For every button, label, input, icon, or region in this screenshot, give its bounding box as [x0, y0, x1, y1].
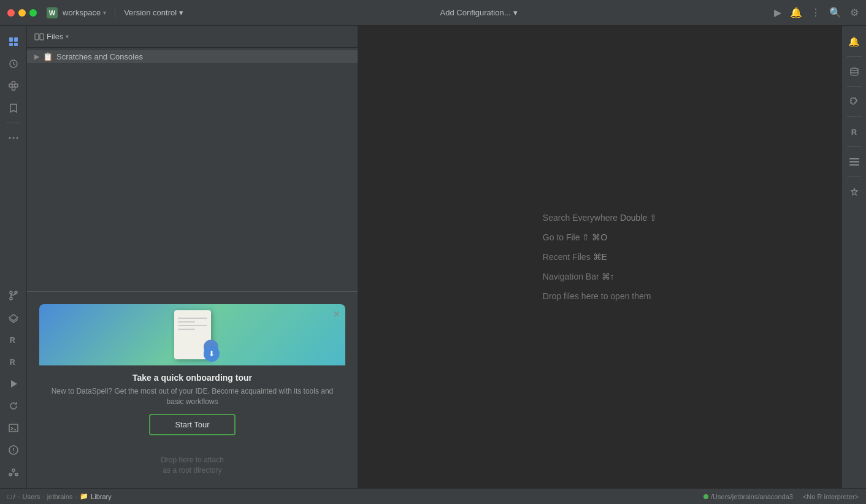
sidebar-item-more[interactable] [4, 128, 23, 148]
folder-icon: 📁 [80, 492, 88, 500]
svg-rect-18 [9, 424, 18, 432]
hint-drop-files: Drop files here to open them [543, 291, 651, 301]
svg-rect-8 [12, 87, 15, 90]
close-button[interactable] [7, 9, 15, 17]
onboarding-close-button[interactable]: ✕ [333, 309, 340, 319]
svg-point-25 [851, 68, 858, 71]
version-control-label[interactable]: Version control ▾ [124, 8, 183, 17]
scratches-and-consoles-item[interactable]: ▶ 📋 Scratches and Consoles [27, 50, 358, 63]
right-sidebar-divider-4 [847, 147, 862, 147]
maximize-button[interactable] [29, 9, 37, 17]
workspace-name[interactable]: workspace ▾ [63, 8, 106, 17]
file-type-icon: 📋 [43, 52, 53, 61]
right-sidebar-divider-1 [847, 56, 862, 57]
sidebar-divider-1 [6, 123, 21, 123]
traffic-lights [7, 9, 37, 17]
svg-marker-17 [11, 380, 17, 388]
title-bar-center: Add Configuration... ▾ [188, 8, 769, 17]
main-layout: R R Files ▾ ▶ [0, 26, 866, 488]
right-sidebar-divider-2 [847, 86, 862, 87]
sidebar-item-warning[interactable] [4, 440, 23, 460]
sidebar-item-files[interactable] [4, 32, 23, 52]
onboarding-badge: ⬇ [204, 346, 220, 362]
run-icon[interactable]: ▶ [774, 7, 781, 18]
svg-rect-24 [40, 34, 44, 40]
svg-rect-2 [9, 43, 13, 46]
file-panel-header: Files ▾ [27, 26, 358, 48]
sidebar-item-r2[interactable]: R [4, 352, 23, 372]
svg-point-10 [12, 137, 14, 139]
onboarding-area: ✕ ⬇ [27, 292, 358, 488]
settings-icon[interactable]: ⚙ [850, 7, 859, 18]
status-path[interactable]: □ / › Users › jetbrains › 📁 Library [7, 492, 112, 500]
notifications-icon[interactable]: 🔔 [790, 7, 802, 18]
start-tour-button[interactable]: Start Tour [149, 414, 235, 435]
item-chevron-icon: ▶ [34, 53, 39, 61]
sidebar-item-r1[interactable]: R [4, 330, 23, 349]
svg-rect-0 [9, 37, 13, 42]
svg-rect-3 [14, 43, 18, 46]
sidebar-item-git2[interactable] [4, 462, 23, 482]
files-dropdown[interactable]: Files ▾ [34, 32, 69, 42]
right-sidebar-divider-5 [847, 177, 862, 177]
svg-rect-26 [849, 158, 859, 159]
right-sidebar-menu-icon[interactable] [845, 152, 864, 172]
file-panel: Files ▾ ▶ 📋 Scratches and Consoles ✕ [27, 26, 358, 488]
title-separator [115, 8, 115, 18]
sidebar-item-layers[interactable] [4, 308, 23, 327]
svg-point-13 [10, 297, 12, 300]
right-sidebar-database[interactable] [845, 62, 864, 82]
left-sidebar: R R [0, 26, 27, 488]
minimize-button[interactable] [18, 9, 26, 17]
svg-text:R: R [10, 336, 15, 345]
onboarding-card: ✕ ⬇ [39, 304, 345, 446]
search-icon[interactable]: 🔍 [829, 7, 841, 18]
right-sidebar-r-icon[interactable]: R [845, 122, 864, 142]
right-sidebar-divider-3 [847, 116, 862, 117]
svg-point-9 [9, 137, 10, 139]
right-sidebar-pin-icon[interactable] [845, 182, 864, 202]
svg-rect-7 [12, 82, 15, 85]
status-conda[interactable]: /Users/jetbrains/anaconda3 [703, 493, 793, 500]
version-control-chevron-icon: ▾ [179, 8, 183, 17]
right-sidebar-puzzle[interactable] [845, 92, 864, 112]
hint-search-everywhere: Search Everywhere Double ⇧ [543, 213, 657, 223]
hint-recent-files: Recent Files ⌘E [543, 252, 607, 262]
title-bar-actions: ▶ 🔔 ⋮ 🔍 ⚙ [774, 7, 859, 18]
add-configuration-button[interactable]: Add Configuration... ▾ [440, 8, 518, 17]
svg-rect-1 [14, 37, 18, 42]
onboarding-description: New to DataSpell? Get the most out of yo… [39, 386, 345, 414]
sidebar-item-bookmarks[interactable] [4, 98, 23, 118]
status-r-interpreter[interactable]: <No R interpreter> [803, 493, 859, 500]
onboarding-title: Take a quick onboarding tour [39, 373, 345, 386]
title-bar: W workspace ▾ Version control ▾ Add Conf… [0, 0, 866, 26]
svg-text:R: R [10, 358, 15, 367]
more-actions-icon[interactable]: ⋮ [811, 7, 821, 18]
sidebar-item-play[interactable] [4, 374, 23, 394]
files-chevron-icon: ▾ [66, 33, 69, 40]
hint-navigation-bar: Navigation Bar ⌘↑ [543, 272, 615, 281]
sidebar-item-git[interactable] [4, 286, 23, 305]
right-sidebar: 🔔 R [841, 26, 866, 488]
status-green-dot [703, 494, 708, 499]
sidebar-item-plugins[interactable] [4, 76, 23, 96]
svg-rect-28 [849, 164, 859, 166]
onboarding-image: ⬇ [39, 304, 345, 365]
svg-rect-27 [849, 161, 859, 162]
svg-point-20 [12, 469, 15, 472]
workspace-chevron-icon: ▾ [103, 9, 106, 16]
editor-area: Search Everywhere Double ⇧ Go to File ⇧ … [358, 26, 841, 488]
workspace-badge: W [47, 7, 58, 18]
add-config-chevron-icon: ▾ [513, 8, 518, 17]
status-bar: □ / › Users › jetbrains › 📁 Library /Use… [0, 488, 866, 504]
sidebar-item-refresh[interactable] [4, 396, 23, 416]
right-sidebar-notifications[interactable]: 🔔 [845, 32, 864, 52]
editor-hints: Search Everywhere Double ⇧ Go to File ⇧ … [543, 213, 657, 301]
svg-rect-23 [35, 34, 39, 40]
svg-point-11 [16, 137, 18, 139]
sidebar-item-learn[interactable] [4, 54, 23, 74]
sidebar-item-terminal[interactable] [4, 418, 23, 438]
drop-here-text: Drop here to attach as a root directory [39, 455, 345, 476]
status-right: /Users/jetbrains/anaconda3 <No R interpr… [703, 493, 859, 500]
hint-go-to-file: Go to File ⇧ ⌘O [543, 232, 607, 242]
